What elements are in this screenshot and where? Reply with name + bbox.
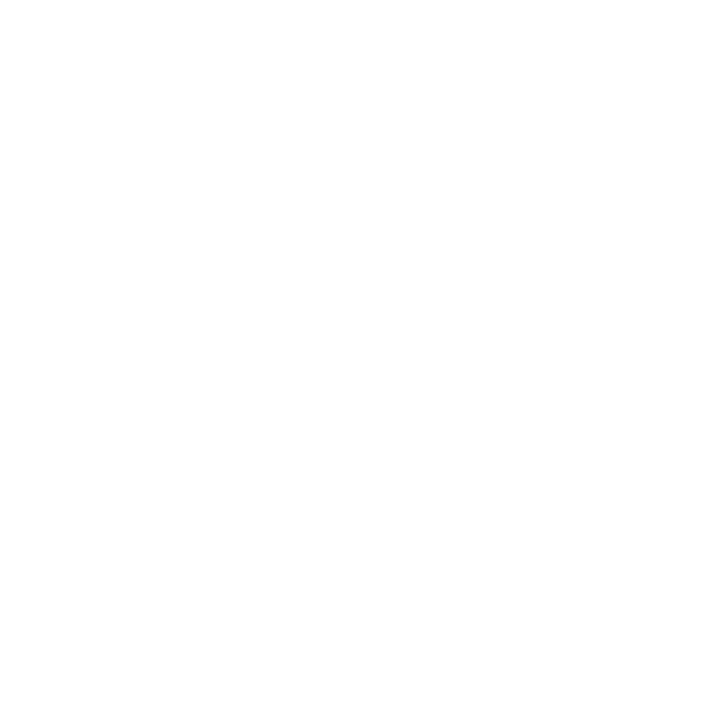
chart-line [13,24,715,715]
chart-area [13,24,715,715]
